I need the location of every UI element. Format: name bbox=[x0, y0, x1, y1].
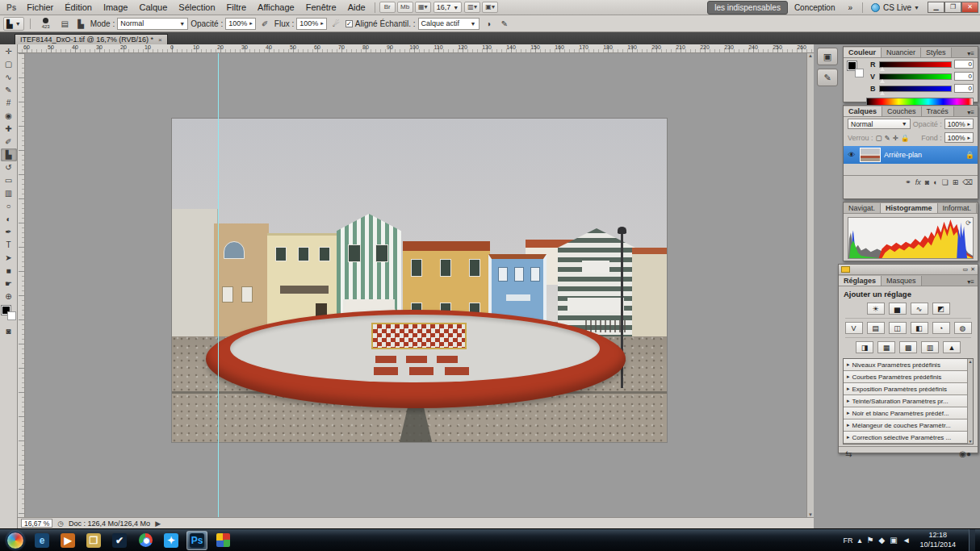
scroll-up-icon[interactable]: ▲ bbox=[808, 53, 813, 58]
menu-fentre[interactable]: Fenêtre bbox=[300, 2, 342, 13]
tab-couleur[interactable]: Couleur bbox=[844, 48, 882, 57]
panel-close-icon[interactable]: ✕ bbox=[970, 266, 975, 273]
taskbar-check-app[interactable]: ✔ bbox=[109, 531, 130, 550]
hue-saturation-icon[interactable]: ▤ bbox=[867, 322, 885, 334]
horizontal-ruler[interactable]: 6050403020100102030405060708090100110120… bbox=[18, 44, 814, 53]
menu-calque[interactable]: Calque bbox=[133, 2, 173, 13]
layer-effects-icon[interactable]: fx bbox=[915, 178, 921, 186]
move-tool[interactable]: ✛ bbox=[1, 45, 17, 58]
selective-color-icon[interactable]: ▲ bbox=[943, 341, 961, 353]
lasso-tool[interactable]: ∿ bbox=[1, 71, 17, 84]
taskbar-clock[interactable]: 12:18 10/11/2014 bbox=[915, 531, 961, 549]
eyedropper-tool[interactable]: ◉ bbox=[1, 110, 17, 123]
slider-knob-icon[interactable] bbox=[880, 67, 885, 71]
gradient-map-icon[interactable]: ▥ bbox=[921, 341, 939, 353]
channel-value[interactable]: 0 bbox=[954, 84, 974, 93]
gradient-tool[interactable]: ▥ bbox=[1, 187, 17, 200]
network-icon[interactable]: ▣ bbox=[890, 536, 897, 545]
panel-menu-icon[interactable]: ▾≡ bbox=[964, 278, 978, 286]
menu-aide[interactable]: Aide bbox=[342, 2, 371, 13]
tab-informations[interactable]: Informat. bbox=[938, 203, 978, 213]
arrange-documents-icon[interactable]: ▦▾ bbox=[415, 2, 431, 13]
preset-scrollbar[interactable]: ▲▼ bbox=[967, 359, 973, 444]
zoom-tool[interactable]: ⊕ bbox=[1, 290, 17, 303]
posterize-icon[interactable]: ▦ bbox=[877, 341, 895, 353]
tab-couches[interactable]: Couches bbox=[882, 106, 922, 116]
slider-knob-icon[interactable] bbox=[880, 79, 885, 83]
volume-icon[interactable]: ◄ bbox=[903, 536, 911, 545]
adjustment-preset-row[interactable]: ▸Correction sélective Paramètres ... bbox=[844, 432, 973, 444]
type-tool[interactable]: T bbox=[1, 239, 17, 252]
flow-input[interactable]: 100%▸ bbox=[296, 18, 327, 30]
new-adjustment-layer-icon[interactable]: ◐ bbox=[933, 178, 937, 186]
cs-live-button[interactable]: CS Live▼ bbox=[871, 3, 919, 12]
history-brush-tool[interactable]: ↺ bbox=[1, 161, 17, 174]
clone-stamp-tool[interactable]: ▙ bbox=[1, 148, 17, 161]
mini-bridge-icon[interactable]: Mb bbox=[397, 2, 413, 13]
zoom-level-combo[interactable]: 16,7▼ bbox=[433, 2, 462, 13]
menu-fichier[interactable]: Fichier bbox=[21, 2, 59, 13]
blend-mode-select[interactable]: Normal▼ bbox=[848, 119, 911, 129]
pen-tool[interactable]: ✒ bbox=[1, 226, 17, 239]
link-layers-icon[interactable]: ⚭ bbox=[905, 178, 911, 186]
brush-tool[interactable]: ✐ bbox=[1, 136, 17, 148]
adjustment-preset-row[interactable]: ▸Mélangeur de couches Paramètr... bbox=[844, 420, 973, 432]
scroll-up-icon[interactable]: ▲ bbox=[969, 359, 973, 364]
sample-select[interactable]: Calque actif▼ bbox=[418, 18, 480, 30]
dodge-tool[interactable]: ◐ bbox=[1, 213, 17, 226]
channel-slider[interactable] bbox=[879, 73, 952, 80]
black-white-icon[interactable]: ◧ bbox=[911, 322, 928, 334]
panel-minimize-icon[interactable]: ▭ bbox=[963, 266, 969, 273]
panel-menu-icon[interactable]: ▾≡ bbox=[964, 50, 978, 57]
restore-button[interactable]: ❐ bbox=[944, 2, 961, 13]
ignore-adjustment-layers-icon[interactable]: ◑ bbox=[482, 17, 496, 30]
tab-navigation[interactable]: Navigat. bbox=[844, 203, 881, 213]
add-layer-mask-icon[interactable]: ◙ bbox=[925, 178, 929, 186]
photo-document[interactable] bbox=[172, 119, 667, 442]
expand-arrow-icon[interactable]: ▸ bbox=[847, 386, 850, 392]
launch-bridge-icon[interactable]: Br bbox=[379, 2, 396, 13]
tool-preset-picker[interactable]: ▙▼ bbox=[3, 17, 24, 31]
new-layer-icon[interactable]: ⊞ bbox=[953, 178, 959, 186]
histogram-refresh-icon[interactable]: ⟳ bbox=[965, 219, 971, 227]
brush-preset-picker[interactable]: 423 bbox=[36, 16, 56, 31]
exposure-icon[interactable]: ◩ bbox=[932, 303, 950, 315]
vertical-ruler[interactable] bbox=[18, 53, 25, 517]
aligned-checkbox[interactable]: ✓ bbox=[346, 20, 353, 27]
status-menu-arrow-icon[interactable]: ▶ bbox=[155, 520, 161, 528]
blend-mode-select[interactable]: Normal▼ bbox=[117, 18, 188, 30]
collapsed-panel-icon-2[interactable]: ✎ bbox=[817, 69, 838, 86]
panel-menu-icon[interactable]: ▾≡ bbox=[977, 206, 980, 213]
photo-filter-icon[interactable]: ◔ bbox=[932, 322, 950, 334]
clone-source-panel-icon[interactable]: ▙ bbox=[74, 17, 88, 30]
threshold-icon[interactable]: ▩ bbox=[899, 341, 917, 353]
tab-styles[interactable]: Styles bbox=[921, 48, 952, 57]
adjustment-preset-row[interactable]: ▸Noir et blanc Paramètres prédéf... bbox=[844, 407, 973, 420]
taskbar-twitter[interactable]: ✦ bbox=[161, 531, 182, 550]
tab-histogramme[interactable]: Histogramme bbox=[881, 203, 938, 213]
menu-filtre[interactable]: Filtre bbox=[221, 2, 252, 13]
healing-brush-tool[interactable]: ✚ bbox=[1, 123, 17, 136]
tray-app-icon[interactable]: ◆ bbox=[879, 536, 886, 545]
expand-view-icon[interactable]: ⇆ bbox=[845, 449, 852, 458]
hand-tool[interactable]: ☛ bbox=[1, 278, 17, 290]
expand-arrow-icon[interactable]: ▸ bbox=[847, 398, 850, 404]
show-desktop-button[interactable] bbox=[969, 529, 975, 551]
screen-mode-icon[interactable]: ▣▾ bbox=[482, 2, 498, 13]
vibrance-icon[interactable]: V bbox=[845, 322, 863, 334]
tab-calques[interactable]: Calques bbox=[844, 106, 882, 116]
zoom-percentage-field[interactable]: 16,67 % bbox=[21, 519, 52, 528]
slider-knob-icon[interactable] bbox=[880, 91, 885, 95]
crop-tool[interactable]: # bbox=[1, 97, 17, 110]
view-extras-icon[interactable]: ▥▾ bbox=[464, 2, 480, 13]
marquee-tool[interactable]: ▢ bbox=[1, 58, 17, 71]
menu-slection[interactable]: Sélection bbox=[173, 2, 220, 13]
channel-value[interactable]: 0 bbox=[954, 72, 974, 81]
collapsed-panel-icon-1[interactable]: ▣ bbox=[817, 48, 838, 65]
taskbar-photoshop[interactable]: Ps bbox=[186, 531, 207, 550]
channel-slider[interactable] bbox=[879, 86, 952, 92]
vertical-scrollbar[interactable]: ▲▼ bbox=[806, 53, 814, 517]
eraser-tool[interactable]: ▭ bbox=[1, 174, 17, 187]
language-indicator[interactable]: FR bbox=[844, 536, 853, 545]
blur-tool[interactable]: ○ bbox=[1, 200, 17, 213]
